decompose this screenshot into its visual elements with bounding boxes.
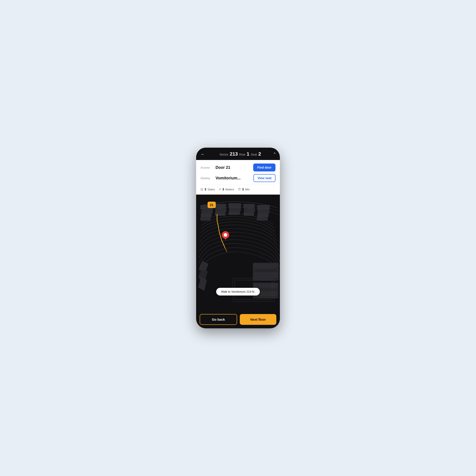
stairs-label: Stairs <box>208 188 215 191</box>
svg-rect-19 <box>254 264 277 268</box>
stairs-stat: ⊡ 3 Stairs <box>201 187 215 191</box>
svg-rect-9 <box>229 208 241 211</box>
sector-value: 213 <box>230 151 238 157</box>
go-back-button[interactable]: Go back <box>200 314 237 325</box>
svg-rect-21 <box>254 273 277 277</box>
time-icon: ⏱ <box>238 187 241 191</box>
svg-rect-24 <box>254 284 277 287</box>
destiny-row: Destiny Vomitorium... View seat <box>201 174 275 182</box>
view-seat-button[interactable]: View seat <box>254 174 275 182</box>
next-floor-button[interactable]: Next floor <box>240 314 276 325</box>
door-badge: 21 <box>208 202 216 208</box>
bottom-buttons: Go back Next floor <box>196 311 280 328</box>
svg-rect-8 <box>229 204 241 207</box>
access-value: Door 21 <box>216 165 253 170</box>
svg-rect-10 <box>229 212 240 215</box>
find-door-button[interactable]: Find door <box>253 164 275 171</box>
row-label: Row <box>239 153 245 156</box>
svg-rect-16 <box>257 214 268 217</box>
back-button[interactable]: ← <box>201 152 207 157</box>
svg-rect-22 <box>254 278 277 280</box>
seat-label: Seat <box>251 153 257 156</box>
distance-icon: ↗ <box>218 187 221 191</box>
header: ← Sector 213 Row 1 Seat 2 ^ <box>196 148 280 160</box>
svg-rect-14 <box>257 205 270 209</box>
svg-rect-12 <box>244 208 255 212</box>
phone-container: ← Sector 213 Row 1 Seat 2 ^ Access Door … <box>196 148 280 328</box>
svg-rect-3 <box>201 214 212 217</box>
svg-rect-2 <box>202 210 213 213</box>
time-stat: ⏱ 3 Min <box>238 187 250 191</box>
time-count: 3 <box>242 187 244 191</box>
svg-rect-11 <box>243 204 255 208</box>
svg-point-31 <box>224 233 227 237</box>
sector-label: Sector <box>220 153 228 156</box>
distance-stat: ↗ 3 Meters <box>218 187 234 191</box>
chevron-up-icon[interactable]: ^ <box>274 152 275 156</box>
svg-rect-6 <box>216 208 226 212</box>
walk-instruction: Walk to Vomitorium 213-N. <box>216 288 260 295</box>
svg-rect-20 <box>254 268 277 272</box>
seat-value: 2 <box>258 151 261 157</box>
svg-rect-27 <box>254 296 277 298</box>
stairs-count: 3 <box>204 187 206 191</box>
destiny-label: Destiny <box>201 176 214 180</box>
svg-rect-5 <box>215 204 226 208</box>
svg-rect-15 <box>258 210 269 213</box>
stats-row: ⊡ 3 Stairs ↗ 3 Meters ⏱ 3 Min <box>201 185 275 191</box>
distance-count: 3 <box>222 187 224 191</box>
destiny-value: Vomitorium... <box>216 176 254 181</box>
info-panel: Access Door 21 Find door Destiny Vomitor… <box>196 160 280 195</box>
header-title: Sector 213 Row 1 Seat 2 <box>207 151 274 157</box>
phone-inner: ← Sector 213 Row 1 Seat 2 ^ Access Door … <box>196 148 280 328</box>
access-row: Access Door 21 Find door <box>201 164 275 171</box>
row-value: 1 <box>247 151 249 157</box>
map-area: 21 Walk to Vomitorium 213-N. <box>196 195 280 311</box>
time-label: Min <box>245 188 250 191</box>
stairs-icon: ⊡ <box>201 187 203 191</box>
location-pin <box>221 231 229 241</box>
distance-label: Meters <box>225 188 234 191</box>
access-label: Access <box>201 166 214 169</box>
